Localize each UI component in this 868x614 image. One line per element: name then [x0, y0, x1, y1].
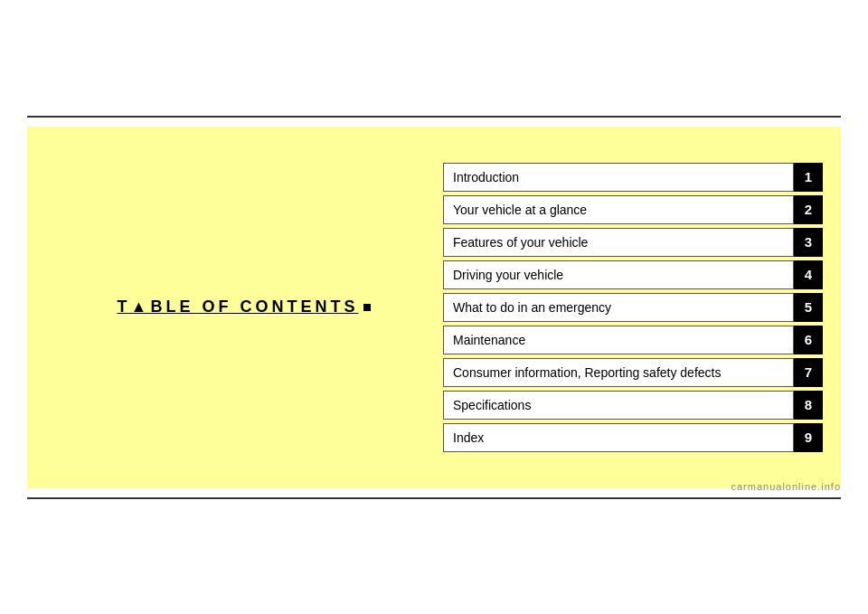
toc-row[interactable]: Index9 [443, 423, 823, 452]
toc-item-number-8: 8 [794, 391, 823, 420]
bottom-divider [27, 497, 841, 499]
toc-title-text: T▲BLE OF CONTENTS [118, 298, 359, 316]
toc-item-number-1: 1 [794, 163, 823, 192]
page-container: T▲BLE OF CONTENTS Introduction1Your vehi… [27, 116, 841, 499]
toc-item-label-6: Maintenance [443, 326, 794, 354]
toc-item-number-7: 7 [794, 358, 823, 387]
toc-item-label-8: Specifications [443, 391, 794, 420]
toc-list: Introduction1Your vehicle at a glance2Fe… [443, 154, 823, 461]
toc-item-number-2: 2 [794, 195, 823, 224]
toc-row[interactable]: Introduction1 [443, 163, 823, 192]
top-divider [27, 116, 841, 118]
watermark: carmanualonline.info [731, 481, 841, 492]
toc-row[interactable]: Your vehicle at a glance2 [443, 195, 823, 224]
toc-row[interactable]: Consumer information, Reporting safety d… [443, 358, 823, 387]
toc-row[interactable]: Features of your vehicle3 [443, 228, 823, 257]
toc-row[interactable]: Specifications8 [443, 391, 823, 420]
content-area: T▲BLE OF CONTENTS Introduction1Your vehi… [27, 127, 841, 488]
toc-item-number-4: 4 [794, 260, 823, 289]
left-panel: T▲BLE OF CONTENTS [45, 154, 443, 461]
toc-item-label-4: Driving your vehicle [443, 260, 794, 289]
toc-item-label-2: Your vehicle at a glance [443, 195, 794, 224]
toc-item-number-3: 3 [794, 228, 823, 257]
toc-title: T▲BLE OF CONTENTS [118, 298, 372, 316]
toc-row[interactable]: What to do in an emergency5 [443, 293, 823, 322]
toc-bullet-icon [363, 304, 371, 311]
toc-row[interactable]: Maintenance6 [443, 326, 823, 354]
toc-item-label-5: What to do in an emergency [443, 293, 794, 322]
toc-row[interactable]: Driving your vehicle4 [443, 260, 823, 289]
toc-item-label-9: Index [443, 423, 794, 452]
toc-item-label-1: Introduction [443, 163, 794, 192]
toc-item-number-6: 6 [794, 326, 823, 354]
toc-item-label-7: Consumer information, Reporting safety d… [443, 358, 794, 387]
toc-item-number-9: 9 [794, 423, 823, 452]
toc-item-number-5: 5 [794, 293, 823, 322]
toc-item-label-3: Features of your vehicle [443, 228, 794, 257]
